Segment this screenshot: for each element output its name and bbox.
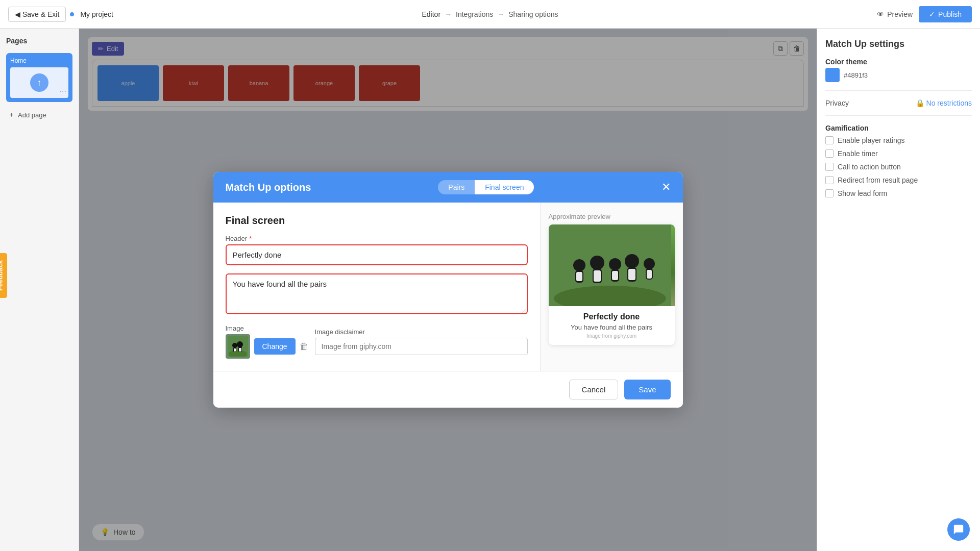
add-page-button[interactable]: ＋ Add page (6, 108, 72, 121)
svg-rect-4 (234, 348, 236, 352)
modal-close-button[interactable]: ✕ (662, 182, 671, 193)
svg-point-22 (644, 258, 655, 269)
body-field-group (226, 273, 528, 316)
svg-point-13 (590, 256, 604, 270)
chat-icon (953, 524, 964, 535)
preview-disclaimer-text: Image from giphy.com (557, 333, 667, 339)
change-image-button[interactable]: Change (254, 338, 296, 355)
player-ratings-label: Enable player ratings (838, 136, 905, 144)
svg-rect-21 (628, 269, 635, 280)
required-asterisk: * (249, 235, 252, 242)
privacy-link-text: No restrictions (926, 99, 972, 107)
modal-body: Final screen Header * (213, 203, 683, 371)
back-arrow-icon: ◀ (15, 10, 20, 18)
modal-preview: Approximate preview (540, 203, 683, 371)
penguins-svg (549, 224, 671, 306)
color-theme-label: Color theme (825, 58, 972, 66)
redirect-row: Redirect from result page (825, 176, 972, 184)
form-section-title: Final screen (226, 215, 528, 227)
right-panel: Match Up settings Color theme #4891f3 Pr… (817, 29, 980, 551)
unsaved-indicator (70, 12, 74, 16)
navbar: ◀ Save & Exit My project Editor → Integr… (0, 0, 980, 29)
header-field-group: Header * (226, 235, 528, 265)
timer-checkbox[interactable] (825, 149, 834, 158)
svg-point-19 (625, 254, 639, 268)
color-theme-section: Color theme #4891f3 (825, 58, 972, 82)
preview-header-text: Perfectly done (557, 312, 667, 321)
gamification-label: Gamification (825, 124, 972, 132)
modal-header: Match Up options Pairs Final screen ✕ (213, 172, 683, 203)
pages-title: Pages (6, 37, 72, 45)
disclaimer-label: Image disclaimer (315, 328, 528, 336)
tab-final-screen[interactable]: Final screen (475, 180, 534, 194)
timer-label: Enable timer (838, 149, 878, 158)
player-ratings-checkbox[interactable] (825, 136, 834, 144)
preview-card: Perfectly done You have found all the pa… (549, 224, 675, 345)
tab-pairs-label: Pairs (448, 183, 464, 191)
preview-label: Preview (887, 10, 913, 18)
disclaimer-column: Image disclaimer (315, 328, 528, 355)
page-home-label: Home (10, 57, 68, 64)
modal: Match Up options Pairs Final screen ✕ (213, 172, 683, 408)
header-input[interactable] (226, 244, 528, 265)
privacy-label: Privacy (825, 99, 849, 107)
add-page-label: Add page (18, 111, 46, 119)
svg-rect-15 (594, 270, 601, 282)
eye-icon: 👁 (877, 10, 884, 18)
center-content: ✏ Edit ⧉ 🗑 apple kiwi banana (79, 29, 817, 551)
header-label: Header * (226, 235, 528, 242)
nav-arrow-1: → (445, 10, 452, 18)
page-options-icon[interactable]: ··· (60, 87, 66, 96)
nav-integrations[interactable]: Integrations (456, 10, 493, 18)
timer-row: Enable timer (825, 149, 972, 158)
feedback-tab[interactable]: Feedback (0, 253, 7, 298)
modal-overlay: Match Up options Pairs Final screen ✕ (79, 29, 817, 551)
call-to-action-checkbox[interactable] (825, 163, 834, 171)
show-lead-checkbox[interactable] (825, 189, 834, 197)
call-to-action-row: Call to action button (825, 163, 972, 171)
preview-label: Approximate preview (549, 213, 610, 220)
preview-button[interactable]: 👁 Preview (877, 10, 913, 18)
privacy-value[interactable]: 🔒 No restrictions (916, 99, 972, 107)
nav-arrow-2: → (497, 10, 504, 18)
svg-rect-18 (612, 271, 618, 280)
nav-right: 👁 Preview ✓ Publish (877, 6, 972, 22)
preview-content: Perfectly done You have found all the pa… (549, 306, 675, 345)
show-lead-label: Show lead form (838, 189, 887, 197)
divider-1 (825, 90, 972, 91)
nav-editor[interactable]: Editor (422, 10, 440, 18)
nav-sharing[interactable]: Sharing options (508, 10, 558, 18)
body-textarea[interactable] (226, 273, 528, 314)
modal-form: Final screen Header * (213, 203, 540, 371)
publish-button[interactable]: ✓ Publish (919, 6, 972, 22)
nav-center: Editor → Integrations → Sharing options (422, 10, 558, 18)
project-name: My project (80, 10, 113, 18)
redirect-checkbox[interactable] (825, 176, 834, 184)
svg-rect-7 (239, 348, 241, 352)
image-column: Image (226, 324, 309, 359)
color-theme-row: #4891f3 (825, 68, 972, 82)
feedback-label: Feedback (0, 260, 4, 291)
preview-image (549, 224, 675, 306)
image-row: Image (226, 324, 528, 359)
page-item-home[interactable]: Home ↑ ··· (6, 53, 72, 102)
plus-icon: ＋ (8, 110, 15, 119)
save-button[interactable]: Save (624, 380, 670, 399)
disclaimer-input[interactable] (315, 338, 528, 355)
sidebar: Pages Home ↑ ··· ＋ Add page (0, 29, 79, 551)
chat-button[interactable] (947, 518, 970, 541)
tab-pairs[interactable]: Pairs (438, 180, 475, 194)
lock-icon: 🔒 (916, 99, 924, 107)
modal-title: Match Up options (226, 182, 311, 193)
delete-image-button[interactable]: 🗑 (300, 341, 309, 352)
modal-tabs: Pairs Final screen (438, 180, 534, 194)
cancel-label: Cancel (582, 385, 606, 394)
cancel-button[interactable]: Cancel (569, 380, 619, 399)
save-exit-button[interactable]: ◀ Save & Exit (8, 7, 66, 22)
call-to-action-label: Call to action button (838, 163, 901, 171)
color-swatch[interactable] (825, 68, 840, 82)
page-thumbnail: ↑ ··· (10, 67, 68, 98)
image-label: Image (226, 324, 309, 332)
panel-title: Match Up settings (825, 39, 972, 49)
nav-left: ◀ Save & Exit My project (8, 7, 113, 22)
